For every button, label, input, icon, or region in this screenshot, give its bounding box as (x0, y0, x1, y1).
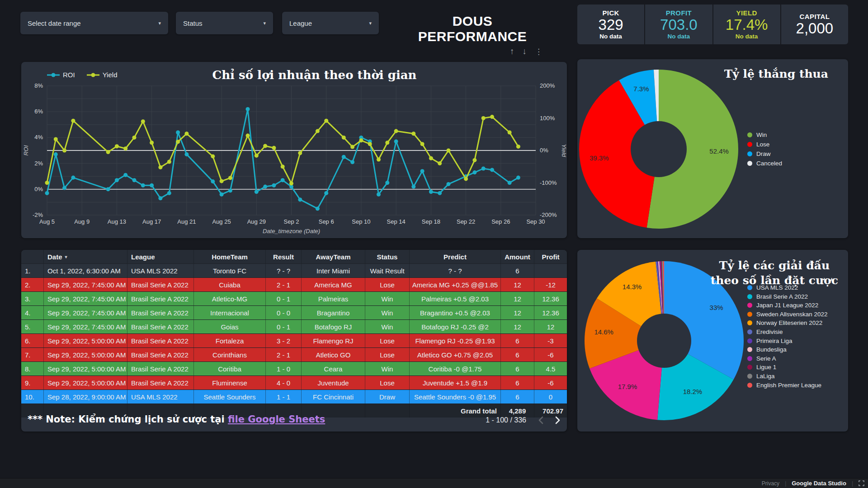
roi-point[interactable] (106, 187, 110, 191)
yield-point[interactable] (481, 116, 486, 120)
yield-point[interactable] (54, 137, 58, 141)
yield-point[interactable] (464, 177, 468, 181)
privacy-link[interactable]: Privacy (762, 480, 779, 487)
legend-item-lose[interactable]: Lose (747, 141, 782, 148)
yield-point[interactable] (176, 140, 180, 144)
legend-item-win[interactable]: Win (747, 131, 782, 138)
roi-point[interactable] (411, 185, 415, 189)
yield-point[interactable] (411, 131, 415, 136)
legend-item-bundesliga[interactable]: Bundesliga (747, 346, 828, 353)
roi-point[interactable] (472, 170, 476, 174)
yield-point[interactable] (377, 158, 381, 162)
legend-item-eredivisie[interactable]: Eredivisie (747, 328, 828, 335)
roi-point[interactable] (62, 186, 66, 190)
table-row[interactable]: 10.Sep 28, 2022, 9:00:00 AMUSA MLS 2022S… (21, 390, 567, 404)
roi-point[interactable] (281, 178, 285, 182)
legend-item-brasil-serie-a-2022[interactable]: Brasil Serie A 2022 (747, 293, 828, 300)
yield-point[interactable] (220, 179, 224, 183)
header-cell-hometeam[interactable]: HomeTeam (194, 250, 266, 263)
roi-point[interactable] (350, 160, 354, 164)
yield-point[interactable] (123, 146, 127, 150)
status-filter[interactable]: Status ▾ (176, 12, 273, 34)
yield-point[interactable] (447, 149, 451, 153)
more-options-icon[interactable]: ⋮ (535, 47, 542, 56)
yield-point[interactable] (141, 119, 145, 123)
yield-point[interactable] (420, 142, 425, 146)
roi-point[interactable] (71, 176, 75, 180)
header-cell-predict[interactable]: Predict (410, 250, 501, 263)
legend-item-laliga[interactable]: LaLiga (747, 373, 828, 380)
yield-point[interactable] (255, 154, 259, 158)
yield-point[interactable] (106, 150, 110, 154)
roi-point[interactable] (324, 191, 328, 195)
roi-point[interactable] (123, 173, 127, 177)
legend-item-ligue-1[interactable]: Ligue 1 (747, 364, 828, 371)
legend-item-sweden-allsvenskan-2022[interactable]: Sweden Allsvenskan 2022 (747, 311, 828, 318)
legend-item-japan-j1-league-2022[interactable]: Japan J1 League 2022 (747, 302, 828, 309)
yield-point[interactable] (115, 144, 119, 148)
roi-point[interactable] (429, 190, 433, 194)
table-row[interactable]: 9.Sep 29, 2022, 5:00:00 AMBrasil Serie A… (21, 376, 567, 389)
yield-point[interactable] (167, 160, 171, 164)
roi-point[interactable] (45, 191, 49, 195)
arrow-up-icon[interactable]: ↑ (510, 47, 514, 56)
yield-point[interactable] (472, 158, 476, 162)
yield-point[interactable] (184, 131, 189, 136)
legend-item-norway-eliteserien-2022[interactable]: Norway Eliteserien 2022 (747, 319, 828, 326)
roi-point[interactable] (115, 178, 119, 182)
yield-point[interactable] (272, 146, 276, 150)
roi-point[interactable] (394, 140, 398, 144)
roi-point[interactable] (246, 107, 250, 111)
table-row[interactable]: 7.Sep 29, 2022, 5:00:00 AMBrasil Serie A… (21, 348, 567, 361)
google-sheets-link[interactable]: file Google Sheets (228, 414, 325, 425)
yield-point[interactable] (211, 154, 215, 158)
roi-point[interactable] (228, 188, 232, 192)
roi-point[interactable] (377, 192, 381, 197)
yield-point[interactable] (246, 134, 250, 138)
roi-point[interactable] (316, 206, 320, 211)
prev-page-button[interactable] (538, 416, 543, 424)
yield-point[interactable] (394, 129, 398, 133)
yield-point[interactable] (438, 161, 442, 165)
yield-point[interactable] (342, 136, 346, 140)
legend-item-primeira-liga[interactable]: Primeira Liga (747, 338, 828, 344)
arrow-down-icon[interactable]: ↓ (523, 47, 527, 56)
roi-point[interactable] (272, 183, 276, 188)
header-cell-awayteam[interactable]: AwayTeam (302, 250, 365, 263)
fullscreen-icon[interactable] (859, 480, 864, 486)
yield-point[interactable] (508, 131, 512, 135)
header-cell-amount[interactable]: Amount (501, 250, 534, 263)
yield-point[interactable] (228, 176, 232, 180)
yield-point[interactable] (350, 145, 354, 149)
yield-point[interactable] (490, 115, 494, 119)
legend-item-usa-mls-2022[interactable]: USA MLS 2022 (747, 284, 828, 291)
legend-item-canceled[interactable]: Canceled (747, 160, 782, 167)
table-row[interactable]: 3.Sep 29, 2022, 7:45:00 AMBrasil Serie A… (21, 292, 567, 305)
roi-point[interactable] (176, 131, 180, 135)
roi-point[interactable] (54, 152, 58, 156)
yield-point[interactable] (263, 144, 267, 148)
yield-point[interactable] (324, 119, 328, 123)
roi-point[interactable] (167, 191, 171, 195)
header-cell-date[interactable]: Date▾ (44, 250, 127, 263)
yield-point[interactable] (150, 141, 154, 145)
roi-point[interactable] (481, 167, 486, 171)
header-cell-status[interactable]: Status (365, 250, 410, 263)
yield-point[interactable] (62, 149, 66, 153)
yield-point[interactable] (516, 145, 520, 149)
legend-item-draw[interactable]: Draw (747, 150, 782, 157)
yield-point[interactable] (71, 119, 75, 123)
roi-point[interactable] (132, 178, 137, 182)
header-cell-result[interactable]: Result (266, 250, 302, 263)
table-row[interactable]: 5.Sep 29, 2022, 7:45:00 AMBrasil Serie A… (21, 320, 567, 333)
yield-point[interactable] (368, 142, 372, 146)
roi-point[interactable] (150, 183, 154, 188)
league-filter[interactable]: League ▾ (282, 12, 379, 34)
yield-point[interactable] (132, 136, 137, 140)
table-row[interactable]: 4.Sep 29, 2022, 7:45:00 AMBrasil Serie A… (21, 306, 567, 319)
roi-point[interactable] (184, 152, 189, 156)
roi-point[interactable] (420, 169, 425, 173)
yield-point[interactable] (298, 151, 302, 155)
table-row[interactable]: 2.Sep 29, 2022, 7:45:00 AMBrasil Serie A… (21, 278, 567, 291)
roi-point[interactable] (342, 155, 346, 159)
